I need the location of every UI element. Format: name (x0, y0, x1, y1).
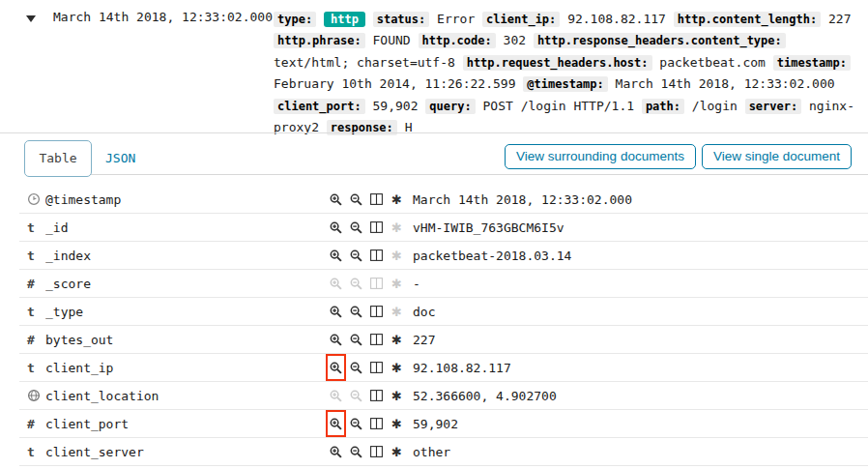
summary-value: FOUND (373, 33, 411, 47)
table-row: client_location✱52.366600, 4.902700 (19, 382, 868, 410)
asterisk-icon: ✱ (391, 334, 402, 346)
row-actions: ✱ (326, 382, 407, 409)
number-field-icon: # (19, 277, 45, 291)
filter-out-value-icon[interactable] (346, 410, 366, 437)
summary-value: 227 (828, 12, 851, 26)
summary-value: text/html; charset=utf-8 (274, 55, 455, 70)
field-name: _id (45, 220, 326, 235)
globe-icon (27, 389, 41, 402)
magnifier-plus-icon (330, 334, 342, 346)
filter-out-value-icon (346, 270, 366, 297)
columns-icon (370, 362, 383, 373)
filter-for-field-present-icon[interactable]: ✱ (387, 326, 407, 353)
asterisk-icon: ✱ (391, 193, 402, 206)
toggle-column-in-table-icon[interactable] (366, 354, 387, 381)
text-field-icon: t (19, 361, 45, 375)
filter-for-field-present-icon[interactable]: ✱ (387, 186, 407, 213)
filter-out-value-icon[interactable] (346, 214, 366, 241)
asterisk-icon: ✱ (391, 390, 402, 402)
filter-for-field-present-icon[interactable]: ✱ (387, 382, 407, 409)
toggle-column-in-table-icon[interactable] (366, 214, 387, 241)
filter-out-value-icon[interactable] (346, 438, 366, 465)
columns-icon (370, 306, 383, 317)
columns-icon (370, 418, 383, 429)
summary-field-label: timestamp: (773, 55, 851, 71)
filter-for-field-present-icon[interactable]: ✱ (387, 410, 407, 437)
row-actions: ✱ (326, 186, 407, 213)
filter-out-value-icon[interactable] (346, 186, 366, 213)
document-view-buttons: View surrounding documents View single d… (505, 144, 852, 169)
toggle-column-in-table-icon[interactable] (366, 438, 387, 465)
magnifier-plus-icon (330, 446, 342, 458)
toggle-column-in-table-icon[interactable] (366, 410, 387, 437)
field-name: client_location (45, 389, 326, 403)
table-row: t_type✱doc (19, 298, 868, 326)
filter-for-value-icon[interactable] (326, 354, 346, 381)
summary-field-label: http.request_headers.host: (463, 55, 652, 71)
tab-json[interactable]: JSON (105, 148, 135, 169)
summary-value: POST /login HTTP/1.1 (483, 99, 635, 113)
summary-field-label: server: (745, 99, 802, 114)
filter-out-value-icon[interactable] (346, 298, 366, 325)
field-value: 52.366600, 4.902700 (407, 389, 868, 403)
magnifier-minus-icon (350, 193, 362, 206)
toggle-column-in-table-icon[interactable] (366, 298, 387, 325)
table-row: #client_port✱59,902 (19, 410, 868, 438)
magnifier-plus-icon (330, 306, 342, 318)
filter-for-field-present-icon: ✱ (387, 298, 407, 325)
filter-for-value-icon[interactable] (326, 326, 346, 353)
filter-out-value-icon[interactable] (346, 354, 366, 381)
asterisk-icon: ✱ (391, 278, 402, 290)
number-field-icon: # (19, 417, 45, 431)
summary-field-label: http.phrase: (274, 33, 365, 48)
asterisk-icon: ✱ (391, 362, 402, 374)
magnifier-minus-icon (350, 446, 362, 458)
field-value: - (407, 277, 868, 291)
summary-field-label: query: (425, 99, 475, 114)
columns-icon (370, 334, 383, 345)
magnifier-plus-icon (330, 362, 342, 374)
toggle-column-in-table-icon[interactable] (366, 242, 387, 269)
filter-for-value-icon[interactable] (326, 410, 346, 437)
filter-for-value-icon[interactable] (326, 214, 346, 241)
columns-icon (370, 390, 383, 401)
filter-for-value-icon[interactable] (326, 298, 346, 325)
view-single-document-button[interactable]: View single document (702, 144, 852, 169)
filter-for-field-present-icon[interactable]: ✱ (387, 438, 407, 465)
field-name: client_ip (45, 361, 326, 375)
magnifier-minus-icon (350, 390, 362, 402)
filter-for-field-present-icon[interactable]: ✱ (387, 354, 407, 381)
asterisk-icon: ✱ (391, 418, 402, 430)
filter-for-field-present-icon: ✱ (387, 242, 407, 269)
filter-out-value-icon (346, 382, 366, 409)
view-surrounding-documents-button[interactable]: View surrounding documents (505, 144, 696, 169)
table-row: tclient_server✱other (19, 438, 868, 466)
filter-out-value-icon[interactable] (346, 242, 366, 269)
summary-field-label: http.code: (419, 33, 496, 48)
clock-icon (19, 192, 45, 206)
doc-field-table: @timestamp✱March 14th 2018, 12:33:02.000… (0, 186, 868, 466)
filter-for-value-icon (326, 270, 346, 297)
toggle-column-in-table-icon[interactable] (366, 186, 387, 213)
asterisk-icon: ✱ (391, 306, 402, 318)
doc-summary: type: http status: Error client_ip: 92.1… (274, 9, 866, 138)
toggle-column-in-table-icon[interactable] (366, 382, 387, 409)
filter-out-value-icon[interactable] (346, 326, 366, 353)
row-actions: ✱ (326, 270, 407, 297)
tab-table[interactable]: Table (24, 140, 92, 177)
filter-for-value-icon[interactable] (326, 242, 346, 269)
row-actions: ✱ (326, 438, 407, 465)
filter-for-value-icon[interactable] (326, 438, 346, 465)
filter-for-field-present-icon: ✱ (387, 214, 407, 241)
magnifier-minus-icon (350, 278, 362, 290)
toggle-column-in-table-icon (366, 270, 387, 297)
toggle-column-in-table-icon[interactable] (366, 326, 387, 353)
text-field-icon: t (19, 220, 45, 235)
summary-value-badge: http (324, 12, 365, 27)
collapse-document-arrow-icon[interactable] (26, 15, 36, 22)
filter-for-value-icon[interactable] (326, 186, 346, 213)
magnifier-plus-icon (330, 249, 342, 262)
asterisk-icon: ✱ (391, 446, 402, 458)
columns-icon (370, 249, 383, 261)
magnifier-minus-icon (350, 334, 362, 346)
